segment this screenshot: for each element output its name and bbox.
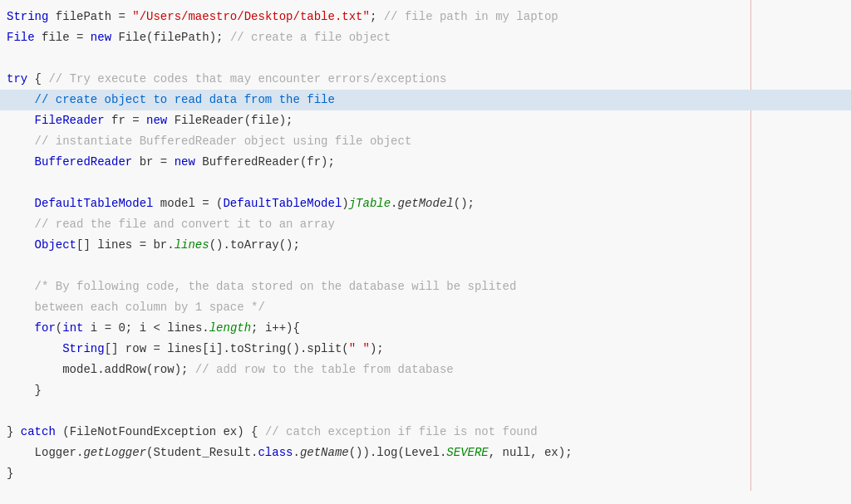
line-text: Logger.getLogger(Student_Result.class.ge… <box>0 443 851 462</box>
code-line: /* By following code, the data stored on… <box>0 276 851 297</box>
code-content: String filePath = "/Users/maestro/Deskto… <box>0 0 851 491</box>
line-text: } <box>0 381 851 400</box>
code-line <box>0 256 851 276</box>
line-text: } <box>0 464 851 483</box>
code-line: // read the file and convert it to an ar… <box>0 214 851 235</box>
code-line: File file = new File(filePath); // creat… <box>0 27 851 48</box>
line-text: for(int i = 0; i < lines.length; i++){ <box>0 319 851 338</box>
code-line: DefaultTableModel model = (DefaultTableM… <box>0 193 851 214</box>
code-line: } <box>0 380 851 401</box>
line-text: // read the file and convert it to an ar… <box>0 215 851 234</box>
line-text: // create object to read data from the f… <box>0 91 851 110</box>
line-text: } catch (FileNotFoundException ex) { // … <box>0 423 851 442</box>
line-text: model.addRow(row); // add row to the tab… <box>0 360 851 379</box>
line-text <box>0 174 851 193</box>
line-text: DefaultTableModel model = (DefaultTableM… <box>0 194 851 213</box>
code-line <box>0 173 851 193</box>
code-line: between each column by 1 space */ <box>0 297 851 318</box>
line-text: String[] row = lines[i].toString().split… <box>0 340 851 359</box>
line-text: /* By following code, the data stored on… <box>0 277 851 296</box>
line-text: between each column by 1 space */ <box>0 298 851 317</box>
line-text: Object[] lines = br.lines().toArray(); <box>0 236 851 255</box>
code-line: for(int i = 0; i < lines.length; i++){ <box>0 318 851 339</box>
code-line: String[] row = lines[i].toString().split… <box>0 339 851 360</box>
code-line: Logger.getLogger(Student_Result.class.ge… <box>0 443 851 463</box>
line-text: BufferedReader br = new BufferedReader(f… <box>0 153 851 172</box>
code-line: BufferedReader br = new BufferedReader(f… <box>0 152 851 173</box>
line-text: String filePath = "/Users/maestro/Deskto… <box>0 7 851 27</box>
code-line: Object[] lines = br.lines().toArray(); <box>0 235 851 256</box>
line-text: File file = new File(filePath); // creat… <box>0 28 851 47</box>
code-line: } catch (FileNotFoundException ex) { // … <box>0 422 851 443</box>
code-line-highlighted: // create object to read data from the f… <box>0 90 851 110</box>
line-text: try { // Try execute codes that may enco… <box>0 70 851 89</box>
code-line: model.addRow(row); // add row to the tab… <box>0 360 851 380</box>
code-line: try { // Try execute codes that may enco… <box>0 69 851 90</box>
code-line: String filePath = "/Users/maestro/Deskto… <box>0 7 851 27</box>
line-text <box>0 49 851 68</box>
line-text <box>0 402 851 421</box>
code-editor: String filePath = "/Users/maestro/Deskto… <box>0 0 851 504</box>
code-line <box>0 401 851 422</box>
line-text <box>0 257 851 276</box>
line-text: // instantiate BufferedReader object usi… <box>0 132 851 151</box>
code-line <box>0 48 851 69</box>
line-text: FileReader fr = new FileReader(file); <box>0 111 851 130</box>
code-line: } <box>0 463 851 484</box>
code-line: FileReader fr = new FileReader(file); <box>0 110 851 131</box>
code-line: // instantiate BufferedReader object usi… <box>0 131 851 152</box>
